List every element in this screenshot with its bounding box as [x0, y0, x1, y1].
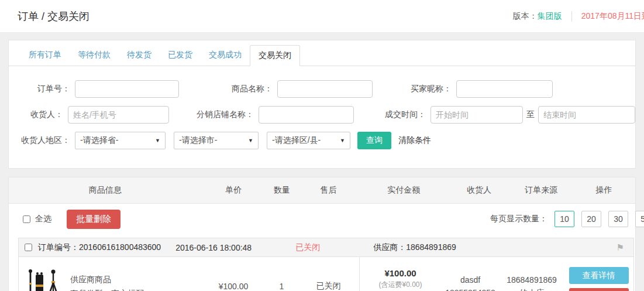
- paid-amount-cell: ¥100.00 (含运费¥0.00) 线下支付: [359, 257, 441, 291]
- consignee-phone: 18855854858: [445, 286, 495, 291]
- product-spec: 套餐类型：官方标配: [70, 286, 144, 291]
- search-row-2: 收货人： 分销店铺名称： 成交时间： 至: [9, 106, 635, 124]
- order-checkbox[interactable]: [25, 244, 32, 251]
- order-group: 订单编号：201606161800483600 2016-06-16 18:00…: [18, 238, 634, 291]
- source-shop-line2: 的小店: [519, 286, 544, 291]
- clear-conditions-link[interactable]: 清除条件: [398, 135, 431, 146]
- tab-transaction-success[interactable]: 交易成功: [201, 45, 250, 66]
- order-number: 订单编号：201606161800483600: [38, 242, 161, 253]
- col-order-source: 订单来源: [509, 185, 573, 196]
- consignee-label: 收货人：: [9, 109, 63, 120]
- to-text: 至: [526, 109, 535, 120]
- tab-shipped[interactable]: 已发货: [160, 45, 201, 66]
- orders-table-panel: 商品信息 单价 数量 售后 实付金额 收货人 订单来源 操作 全选 批量删除 每…: [8, 177, 636, 291]
- version-value-link[interactable]: 集团版: [538, 11, 562, 22]
- product-name-input[interactable]: [277, 80, 373, 98]
- col-quantity: 数量: [266, 185, 298, 196]
- shop-name-label: 分销店铺名称：: [187, 109, 254, 120]
- expiry-date: 2017年08月11日到: [581, 11, 644, 22]
- source-shop-line1: 18684891869: [507, 273, 557, 286]
- col-product-info: 商品信息: [9, 185, 201, 196]
- consignee-name: dasdf: [460, 273, 480, 286]
- shipping-fee-note: (含运费¥0.00): [378, 280, 422, 290]
- supplier-value: 18684891869: [406, 242, 456, 252]
- buyer-nick-input[interactable]: [456, 80, 553, 98]
- col-operation: 操作: [573, 185, 635, 196]
- chevron-down-icon: ▼: [248, 138, 253, 143]
- order-product-row: 供应商商品 套餐类型：官方标配 ¥100.00 1 已关闭 ¥100.00 (含…: [18, 257, 634, 291]
- page-size-20[interactable]: 20: [581, 211, 601, 227]
- view-detail-button[interactable]: 查看详情: [569, 267, 629, 284]
- tab-pending-shipment[interactable]: 待发货: [119, 45, 160, 66]
- order-source-cell: 18684891869 的小店: [500, 257, 564, 291]
- shop-name-input[interactable]: [259, 106, 354, 124]
- search-row-3: 收货人地区： -请选择省- ▼ -请选择市- ▼ -请选择区/县- ▼ 查询 清…: [9, 132, 635, 149]
- version-label: 版本：: [513, 11, 538, 22]
- search-row-1: 订单号： 商品名称： 买家昵称：: [9, 80, 635, 98]
- chevron-down-icon: ▼: [155, 138, 160, 143]
- unit-price-cell: ¥100.00: [201, 257, 266, 291]
- page-size-label: 每页显示数量：: [490, 214, 547, 224]
- order-number-label: 订单编号：: [38, 242, 79, 252]
- product-name: 供应商商品: [70, 272, 144, 286]
- col-consignee: 收货人: [449, 185, 510, 196]
- order-supplier: 供应商：18684891869: [373, 242, 456, 253]
- region-label: 收货人地区：: [9, 135, 70, 146]
- supplier-label: 供应商：: [373, 242, 406, 252]
- district-select[interactable]: -请选择区/县- ▼: [267, 132, 350, 149]
- order-no-input[interactable]: [75, 80, 179, 98]
- deal-time-label: 成交时间：: [371, 109, 426, 120]
- tab-transaction-closed[interactable]: 交易关闭: [250, 45, 300, 66]
- district-select-value: -请选择区/县-: [272, 135, 321, 146]
- order-no-label: 订单号：: [9, 84, 70, 94]
- consignee-input[interactable]: [68, 106, 169, 124]
- order-created-time: 2016-06-16 18:00:48: [175, 243, 252, 252]
- header-meta: 版本： 集团版 2017年08月11日到: [513, 11, 644, 22]
- page-size-selector: 每页显示数量： 10 20 30 50: [490, 211, 644, 227]
- select-all-label: 全选: [35, 214, 51, 224]
- operation-cell: 查看详情 删除订单: [564, 257, 633, 291]
- table-header-row: 商品信息 单价 数量 售后 实付金额 收货人 订单来源 操作: [9, 177, 635, 204]
- page-size-50[interactable]: 50: [635, 211, 644, 227]
- flag-icon[interactable]: ⚑: [617, 242, 624, 253]
- product-text: 供应商商品 套餐类型：官方标配: [70, 272, 144, 291]
- batch-delete-button[interactable]: 批量删除: [67, 210, 120, 229]
- order-status-tabs: 所有订单 等待付款 待发货 已发货 交易成功 交易关闭: [9, 40, 635, 66]
- search-panel: 所有订单 等待付款 待发货 已发货 交易成功 交易关闭 订单号： 商品名称： 买…: [8, 40, 636, 169]
- page-title: 订单 / 交易关闭: [18, 9, 89, 23]
- select-all-checkbox[interactable]: [23, 215, 30, 223]
- buyer-nick-label: 买家昵称：: [390, 84, 452, 94]
- product-info-cell: 供应商商品 套餐类型：官方标配: [19, 257, 201, 291]
- page-size-10[interactable]: 10: [555, 211, 574, 227]
- product-name-label: 商品名称：: [197, 84, 273, 94]
- aftersale-cell: 已关闭: [298, 257, 359, 291]
- quantity-cell: 1: [266, 257, 298, 291]
- order-number-value: 201606161800483600: [79, 242, 161, 252]
- page-size-30[interactable]: 30: [608, 211, 628, 227]
- chevron-down-icon: ▼: [340, 138, 345, 143]
- header-divider: [571, 11, 572, 22]
- tab-awaiting-payment[interactable]: 等待付款: [70, 45, 119, 66]
- col-unit-price: 单价: [201, 185, 266, 196]
- batch-actions-bar: 全选 批量删除 每页显示数量： 10 20 30 50: [9, 204, 635, 234]
- order-status-badge: 已关闭: [295, 242, 320, 253]
- start-time-input[interactable]: [431, 106, 523, 124]
- tab-all-orders[interactable]: 所有订单: [20, 45, 70, 66]
- top-header: 订单 / 交易关闭 版本： 集团版 2017年08月11日到: [0, 0, 644, 33]
- city-select-value: -请选择市-: [179, 135, 217, 146]
- query-button[interactable]: 查询: [357, 132, 391, 149]
- tripod-product-image: [25, 267, 63, 291]
- paid-amount: ¥100.00: [384, 268, 416, 278]
- city-select[interactable]: -请选择市- ▼: [174, 132, 259, 149]
- col-paid-amount: 实付金额: [359, 185, 449, 196]
- province-select-value: -请选择省-: [80, 135, 118, 146]
- province-select[interactable]: -请选择省- ▼: [75, 132, 166, 149]
- end-time-input[interactable]: [538, 106, 635, 124]
- order-header-bar: 订单编号：201606161800483600 2016-06-16 18:00…: [18, 238, 634, 257]
- delete-order-button[interactable]: 删除订单: [569, 288, 629, 291]
- consignee-cell: dasdf 18855854858: [441, 257, 500, 291]
- search-form: 订单号： 商品名称： 买家昵称： 收货人： 分销店铺名称： 成交时间： 至 收货…: [9, 66, 635, 168]
- main-content: 所有订单 等待付款 待发货 已发货 交易成功 交易关闭 订单号： 商品名称： 买…: [0, 33, 644, 291]
- col-aftersale: 售后: [298, 185, 359, 196]
